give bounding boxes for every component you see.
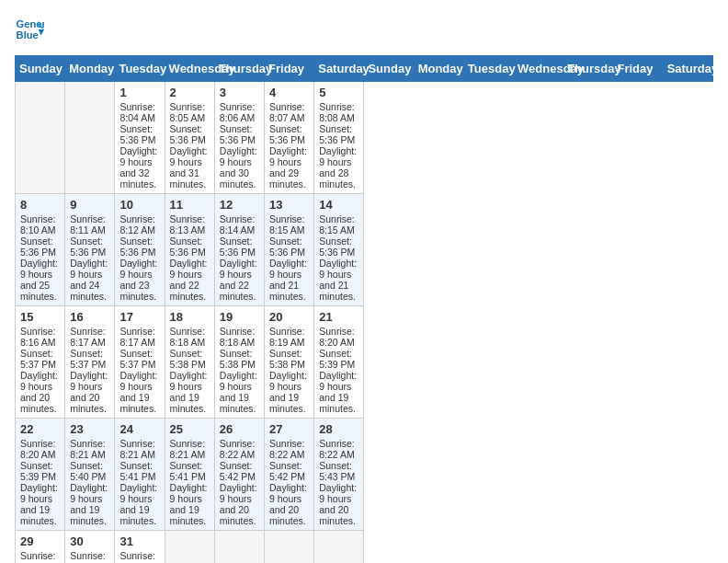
calendar-cell: 13Sunrise: 8:15 AMSunset: 5:36 PMDayligh… <box>265 194 314 306</box>
day-number: 21 <box>319 310 358 324</box>
calendar-cell: 31Sunrise: 8:23 AMSunset: 5:45 PMDayligh… <box>115 531 165 564</box>
day-number: 26 <box>220 422 259 436</box>
sunset-label: Sunset: 5:39 PM <box>319 348 355 370</box>
sunset-label: Sunset: 5:36 PM <box>119 236 155 258</box>
calendar-table: SundayMondayTuesdayWednesdayThursdayFrid… <box>15 55 713 563</box>
sunrise-label: Sunrise: 8:10 AM <box>20 213 56 236</box>
sunset-label: Sunset: 5:36 PM <box>220 236 256 258</box>
calendar-cell: 2Sunrise: 8:05 AMSunset: 5:36 PMDaylight… <box>165 82 214 194</box>
sunrise-label: Sunrise: 8:18 AM <box>220 326 256 348</box>
col-header-wednesday: Wednesday <box>165 56 214 82</box>
sunset-label: Sunset: 5:42 PM <box>220 460 256 482</box>
calendar-cell: 9Sunrise: 8:11 AMSunset: 5:36 PMDaylight… <box>65 194 115 306</box>
col-header-thursday: Thursday <box>214 56 264 82</box>
sunrise-label: Sunrise: 8:21 AM <box>70 438 106 460</box>
sunset-label: Sunset: 5:38 PM <box>170 348 206 370</box>
day-number: 8 <box>20 198 60 212</box>
daylight-label: Daylight: 9 hours and 25 minutes. <box>20 258 58 302</box>
col-header-monday: Monday <box>414 56 463 82</box>
calendar-cell: 19Sunrise: 8:18 AMSunset: 5:38 PMDayligh… <box>214 306 264 419</box>
week-row-3: 15Sunrise: 8:16 AMSunset: 5:37 PMDayligh… <box>16 306 713 419</box>
daylight-label: Daylight: 9 hours and 19 minutes. <box>170 482 208 526</box>
col-header-saturday: Saturday <box>314 56 364 82</box>
sunrise-label: Sunrise: 8:20 AM <box>319 326 355 348</box>
sunrise-label: Sunrise: 8:08 AM <box>319 101 355 123</box>
sunrise-label: Sunrise: 8:14 AM <box>220 213 256 236</box>
col-header-saturday: Saturday <box>663 56 712 82</box>
daylight-label: Daylight: 9 hours and 22 minutes. <box>170 258 208 302</box>
sunrise-label: Sunrise: 8:16 AM <box>20 326 56 348</box>
day-number: 9 <box>70 198 109 212</box>
daylight-label: Daylight: 9 hours and 30 minutes. <box>220 145 257 190</box>
sunrise-label: Sunrise: 8:23 AM <box>20 550 56 563</box>
week-row-2: 8Sunrise: 8:10 AMSunset: 5:36 PMDaylight… <box>16 194 713 306</box>
daylight-label: Daylight: 9 hours and 29 minutes. <box>269 145 307 190</box>
calendar-cell: 15Sunrise: 8:16 AMSunset: 5:37 PMDayligh… <box>16 306 65 419</box>
calendar-cell <box>314 531 364 564</box>
sunrise-label: Sunrise: 8:19 AM <box>269 326 305 348</box>
daylight-label: Daylight: 9 hours and 19 minutes. <box>170 370 208 414</box>
calendar-cell: 24Sunrise: 8:21 AMSunset: 5:41 PMDayligh… <box>115 419 165 531</box>
calendar-cell: 18Sunrise: 8:18 AMSunset: 5:38 PMDayligh… <box>165 306 214 419</box>
sunrise-label: Sunrise: 8:22 AM <box>220 438 256 460</box>
sunset-label: Sunset: 5:39 PM <box>20 460 56 482</box>
day-number: 2 <box>170 86 210 99</box>
header-row: SundayMondayTuesdayWednesdayThursdayFrid… <box>16 56 713 82</box>
sunrise-label: Sunrise: 8:23 AM <box>119 550 155 563</box>
sunset-label: Sunset: 5:40 PM <box>70 460 106 482</box>
sunrise-label: Sunrise: 8:23 AM <box>70 550 106 563</box>
calendar-cell: 27Sunrise: 8:22 AMSunset: 5:42 PMDayligh… <box>265 419 314 531</box>
sunset-label: Sunset: 5:37 PM <box>119 348 155 370</box>
sunset-label: Sunset: 5:37 PM <box>20 348 56 370</box>
day-number: 14 <box>319 198 358 212</box>
daylight-label: Daylight: 9 hours and 19 minutes. <box>220 370 257 414</box>
calendar-cell: 5Sunrise: 8:08 AMSunset: 5:36 PMDaylight… <box>314 82 364 194</box>
col-header-tuesday: Tuesday <box>115 56 165 82</box>
week-row-5: 29Sunrise: 8:23 AMSunset: 5:44 PMDayligh… <box>16 531 713 564</box>
col-header-friday: Friday <box>265 56 314 82</box>
calendar-cell: 8Sunrise: 8:10 AMSunset: 5:36 PMDaylight… <box>16 194 65 306</box>
day-number: 25 <box>170 422 210 436</box>
col-header-friday: Friday <box>613 56 663 82</box>
day-number: 1 <box>119 86 159 99</box>
daylight-label: Daylight: 9 hours and 20 minutes. <box>20 370 58 414</box>
day-number: 23 <box>70 422 109 436</box>
day-number: 17 <box>119 310 159 324</box>
sunset-label: Sunset: 5:36 PM <box>269 123 305 145</box>
svg-marker-3 <box>39 29 44 35</box>
day-number: 3 <box>220 86 259 99</box>
calendar-cell: 14Sunrise: 8:15 AMSunset: 5:36 PMDayligh… <box>314 194 364 306</box>
sunrise-label: Sunrise: 8:18 AM <box>170 326 206 348</box>
calendar-cell: 23Sunrise: 8:21 AMSunset: 5:40 PMDayligh… <box>65 419 115 531</box>
calendar-cell: 20Sunrise: 8:19 AMSunset: 5:38 PMDayligh… <box>265 306 314 419</box>
sunset-label: Sunset: 5:36 PM <box>119 123 155 145</box>
calendar-cell: 26Sunrise: 8:22 AMSunset: 5:42 PMDayligh… <box>214 419 264 531</box>
daylight-label: Daylight: 9 hours and 19 minutes. <box>70 482 108 526</box>
daylight-label: Daylight: 9 hours and 23 minutes. <box>119 258 157 302</box>
sunrise-label: Sunrise: 8:06 AM <box>220 101 256 123</box>
calendar-cell: 1Sunrise: 8:04 AMSunset: 5:36 PMDaylight… <box>115 82 165 194</box>
sunset-label: Sunset: 5:36 PM <box>269 236 305 258</box>
week-row-4: 22Sunrise: 8:20 AMSunset: 5:39 PMDayligh… <box>16 419 713 531</box>
daylight-label: Daylight: 9 hours and 32 minutes. <box>119 145 157 190</box>
calendar-cell: 28Sunrise: 8:22 AMSunset: 5:43 PMDayligh… <box>314 419 364 531</box>
calendar-cell: 30Sunrise: 8:23 AMSunset: 5:45 PMDayligh… <box>65 531 115 564</box>
daylight-label: Daylight: 9 hours and 22 minutes. <box>220 258 257 302</box>
calendar-cell <box>65 82 115 194</box>
daylight-label: Daylight: 9 hours and 19 minutes. <box>20 482 58 526</box>
daylight-label: Daylight: 9 hours and 20 minutes. <box>70 370 108 414</box>
logo: General Blue <box>15 15 44 44</box>
daylight-label: Daylight: 9 hours and 21 minutes. <box>319 258 357 302</box>
calendar-cell: 16Sunrise: 8:17 AMSunset: 5:37 PMDayligh… <box>65 306 115 419</box>
sunset-label: Sunset: 5:36 PM <box>319 236 355 258</box>
day-number: 29 <box>20 534 60 548</box>
sunset-label: Sunset: 5:38 PM <box>269 348 305 370</box>
calendar-cell: 10Sunrise: 8:12 AMSunset: 5:36 PMDayligh… <box>115 194 165 306</box>
sunset-label: Sunset: 5:37 PM <box>70 348 106 370</box>
calendar-cell <box>214 531 264 564</box>
day-number: 19 <box>220 310 259 324</box>
day-number: 15 <box>20 310 60 324</box>
sunrise-label: Sunrise: 8:15 AM <box>269 213 305 236</box>
daylight-label: Daylight: 9 hours and 19 minutes. <box>269 370 307 414</box>
sunset-label: Sunset: 5:36 PM <box>170 236 206 258</box>
